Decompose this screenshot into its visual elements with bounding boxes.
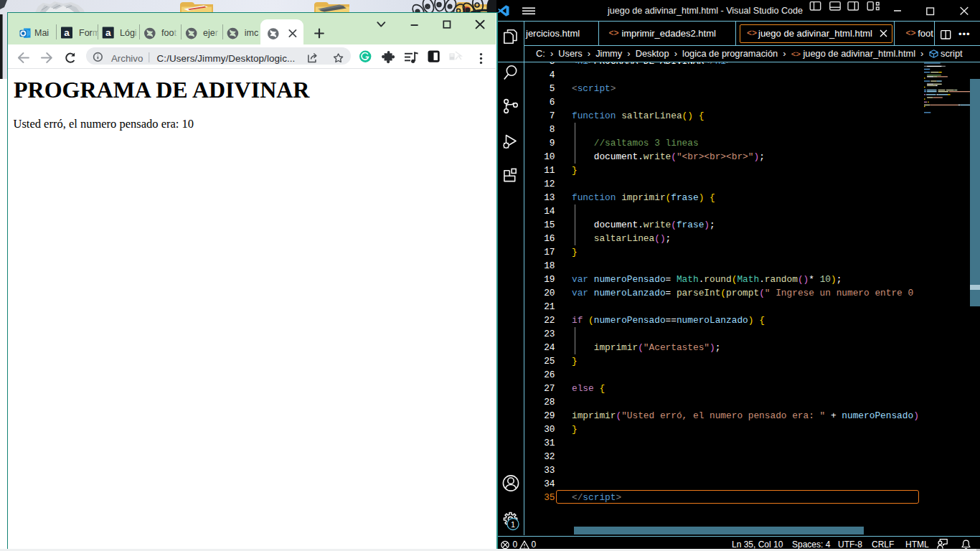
svg-text:1: 1: [511, 520, 515, 529]
svg-text:a: a: [105, 27, 111, 38]
svg-text:a: a: [64, 27, 70, 38]
